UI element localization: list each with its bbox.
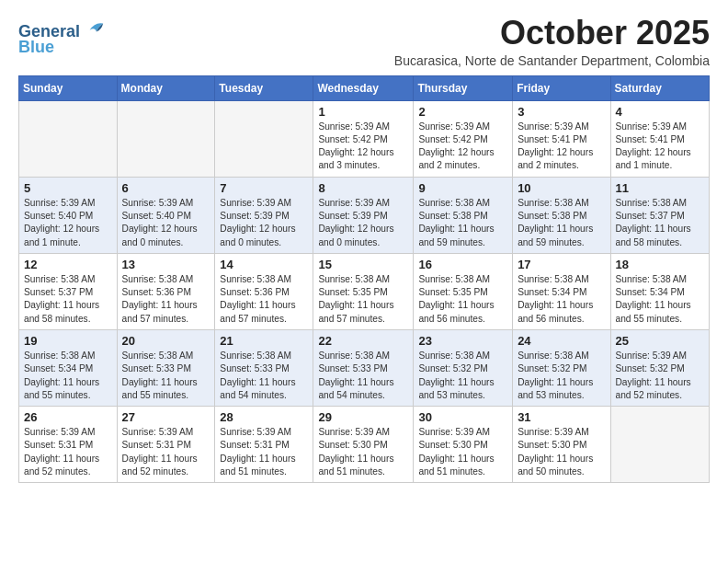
day-number: 27 — [122, 410, 210, 424]
day-info: Sunrise: 5:38 AM Sunset: 5:35 PM Dayligh… — [318, 273, 408, 326]
day-number: 15 — [318, 258, 408, 271]
calendar-cell: 9Sunrise: 5:38 AM Sunset: 5:38 PM Daylig… — [414, 177, 513, 253]
day-number: 28 — [220, 410, 308, 424]
calendar-cell: 16Sunrise: 5:38 AM Sunset: 5:35 PM Dayli… — [414, 253, 513, 329]
calendar-header-thursday: Thursday — [414, 75, 513, 100]
calendar-header-monday: Monday — [117, 75, 215, 100]
calendar-cell: 27Sunrise: 5:39 AM Sunset: 5:31 PM Dayli… — [117, 407, 215, 483]
day-info: Sunrise: 5:38 AM Sunset: 5:32 PM Dayligh… — [518, 350, 605, 402]
day-number: 19 — [24, 334, 112, 348]
day-number: 22 — [318, 334, 408, 348]
calendar-cell: 26Sunrise: 5:39 AM Sunset: 5:31 PM Dayli… — [19, 407, 118, 483]
calendar-cell: 24Sunrise: 5:38 AM Sunset: 5:32 PM Dayli… — [513, 329, 610, 406]
day-info: Sunrise: 5:39 AM Sunset: 5:30 PM Dayligh… — [318, 426, 408, 478]
calendar-cell: 19Sunrise: 5:38 AM Sunset: 5:34 PM Dayli… — [19, 329, 118, 406]
day-number: 13 — [122, 258, 210, 271]
calendar-cell: 1Sunrise: 5:39 AM Sunset: 5:42 PM Daylig… — [313, 100, 414, 177]
calendar-cell: 6Sunrise: 5:39 AM Sunset: 5:40 PM Daylig… — [117, 177, 215, 253]
day-info: Sunrise: 5:38 AM Sunset: 5:33 PM Dayligh… — [220, 350, 308, 402]
day-info: Sunrise: 5:38 AM Sunset: 5:38 PM Dayligh… — [418, 197, 507, 249]
calendar-cell: 28Sunrise: 5:39 AM Sunset: 5:31 PM Dayli… — [215, 407, 313, 483]
day-info: Sunrise: 5:38 AM Sunset: 5:37 PM Dayligh… — [24, 273, 112, 326]
day-number: 10 — [518, 181, 605, 195]
calendar-cell: 23Sunrise: 5:38 AM Sunset: 5:32 PM Dayli… — [414, 329, 513, 406]
calendar-cell: 4Sunrise: 5:39 AM Sunset: 5:41 PM Daylig… — [610, 100, 709, 177]
calendar-cell: 18Sunrise: 5:38 AM Sunset: 5:34 PM Dayli… — [610, 253, 709, 329]
day-info: Sunrise: 5:39 AM Sunset: 5:41 PM Dayligh… — [616, 121, 704, 173]
day-number: 9 — [418, 181, 507, 195]
day-info: Sunrise: 5:39 AM Sunset: 5:39 PM Dayligh… — [318, 197, 408, 249]
day-number: 16 — [418, 258, 507, 271]
calendar-cell: 3Sunrise: 5:39 AM Sunset: 5:41 PM Daylig… — [513, 100, 610, 177]
day-number: 1 — [318, 105, 408, 119]
calendar-week-4: 19Sunrise: 5:38 AM Sunset: 5:34 PM Dayli… — [19, 329, 710, 406]
calendar-cell: 10Sunrise: 5:38 AM Sunset: 5:38 PM Dayli… — [513, 177, 610, 253]
calendar-week-2: 5Sunrise: 5:39 AM Sunset: 5:40 PM Daylig… — [19, 177, 710, 253]
day-info: Sunrise: 5:38 AM Sunset: 5:37 PM Dayligh… — [616, 197, 704, 249]
day-info: Sunrise: 5:39 AM Sunset: 5:40 PM Dayligh… — [24, 197, 112, 249]
calendar-week-5: 26Sunrise: 5:39 AM Sunset: 5:31 PM Dayli… — [19, 407, 710, 483]
calendar-cell: 21Sunrise: 5:38 AM Sunset: 5:33 PM Dayli… — [215, 329, 313, 406]
day-number: 25 — [616, 334, 704, 348]
calendar-cell: 14Sunrise: 5:38 AM Sunset: 5:36 PM Dayli… — [215, 253, 313, 329]
calendar-cell — [117, 100, 215, 177]
day-number: 23 — [418, 334, 507, 348]
calendar-week-1: 1Sunrise: 5:39 AM Sunset: 5:42 PM Daylig… — [19, 100, 710, 177]
calendar-week-3: 12Sunrise: 5:38 AM Sunset: 5:37 PM Dayli… — [19, 253, 710, 329]
day-number: 20 — [122, 334, 210, 348]
calendar-cell: 11Sunrise: 5:38 AM Sunset: 5:37 PM Dayli… — [610, 177, 709, 253]
logo-bird-icon — [86, 18, 105, 37]
title-area: October 2025 Bucarasica, Norte de Santan… — [394, 15, 710, 68]
calendar-cell: 15Sunrise: 5:38 AM Sunset: 5:35 PM Dayli… — [313, 253, 414, 329]
day-number: 11 — [616, 181, 704, 195]
day-info: Sunrise: 5:38 AM Sunset: 5:34 PM Dayligh… — [616, 273, 704, 326]
calendar-cell: 25Sunrise: 5:39 AM Sunset: 5:32 PM Dayli… — [610, 329, 709, 406]
day-info: Sunrise: 5:38 AM Sunset: 5:32 PM Dayligh… — [418, 350, 507, 402]
day-number: 12 — [24, 258, 112, 271]
day-info: Sunrise: 5:38 AM Sunset: 5:33 PM Dayligh… — [122, 350, 210, 402]
day-info: Sunrise: 5:38 AM Sunset: 5:33 PM Dayligh… — [318, 350, 408, 402]
day-info: Sunrise: 5:38 AM Sunset: 5:35 PM Dayligh… — [418, 273, 507, 326]
calendar-header-friday: Friday — [513, 75, 610, 100]
day-info: Sunrise: 5:39 AM Sunset: 5:31 PM Dayligh… — [24, 426, 112, 478]
day-number: 30 — [418, 410, 507, 424]
calendar-table: SundayMondayTuesdayWednesdayThursdayFrid… — [18, 75, 710, 484]
calendar-cell: 17Sunrise: 5:38 AM Sunset: 5:34 PM Dayli… — [513, 253, 610, 329]
calendar-cell: 30Sunrise: 5:39 AM Sunset: 5:30 PM Dayli… — [414, 407, 513, 483]
calendar-cell — [19, 100, 118, 177]
day-number: 31 — [518, 410, 605, 424]
calendar-cell: 31Sunrise: 5:39 AM Sunset: 5:30 PM Dayli… — [513, 407, 610, 483]
header: General Blue October 2025 Bucarasica, No… — [18, 15, 710, 68]
calendar-header-tuesday: Tuesday — [215, 75, 313, 100]
day-number: 5 — [24, 181, 112, 195]
calendar-header-wednesday: Wednesday — [313, 75, 414, 100]
day-info: Sunrise: 5:39 AM Sunset: 5:39 PM Dayligh… — [220, 197, 308, 249]
day-info: Sunrise: 5:39 AM Sunset: 5:42 PM Dayligh… — [418, 121, 507, 173]
day-number: 26 — [24, 410, 112, 424]
calendar-cell: 20Sunrise: 5:38 AM Sunset: 5:33 PM Dayli… — [117, 329, 215, 406]
day-number: 18 — [616, 258, 704, 271]
day-number: 8 — [318, 181, 408, 195]
calendar-cell — [215, 100, 313, 177]
day-info: Sunrise: 5:38 AM Sunset: 5:38 PM Dayligh… — [518, 197, 605, 249]
logo: General Blue — [18, 18, 105, 57]
day-info: Sunrise: 5:39 AM Sunset: 5:30 PM Dayligh… — [418, 426, 507, 478]
day-info: Sunrise: 5:38 AM Sunset: 5:34 PM Dayligh… — [24, 350, 112, 402]
day-number: 4 — [616, 105, 704, 119]
calendar-cell — [610, 407, 709, 483]
day-number: 3 — [518, 105, 605, 119]
calendar-cell: 12Sunrise: 5:38 AM Sunset: 5:37 PM Dayli… — [19, 253, 118, 329]
day-info: Sunrise: 5:39 AM Sunset: 5:30 PM Dayligh… — [518, 426, 605, 478]
day-info: Sunrise: 5:38 AM Sunset: 5:36 PM Dayligh… — [220, 273, 308, 326]
day-info: Sunrise: 5:39 AM Sunset: 5:32 PM Dayligh… — [616, 350, 704, 402]
calendar-cell: 7Sunrise: 5:39 AM Sunset: 5:39 PM Daylig… — [215, 177, 313, 253]
day-number: 24 — [518, 334, 605, 348]
day-info: Sunrise: 5:38 AM Sunset: 5:34 PM Dayligh… — [518, 273, 605, 326]
calendar-cell: 29Sunrise: 5:39 AM Sunset: 5:30 PM Dayli… — [313, 407, 414, 483]
day-info: Sunrise: 5:39 AM Sunset: 5:31 PM Dayligh… — [122, 426, 210, 478]
day-info: Sunrise: 5:39 AM Sunset: 5:31 PM Dayligh… — [220, 426, 308, 478]
day-info: Sunrise: 5:39 AM Sunset: 5:42 PM Dayligh… — [318, 121, 408, 173]
day-info: Sunrise: 5:39 AM Sunset: 5:40 PM Dayligh… — [122, 197, 210, 249]
calendar-cell: 13Sunrise: 5:38 AM Sunset: 5:36 PM Dayli… — [117, 253, 215, 329]
day-number: 29 — [318, 410, 408, 424]
